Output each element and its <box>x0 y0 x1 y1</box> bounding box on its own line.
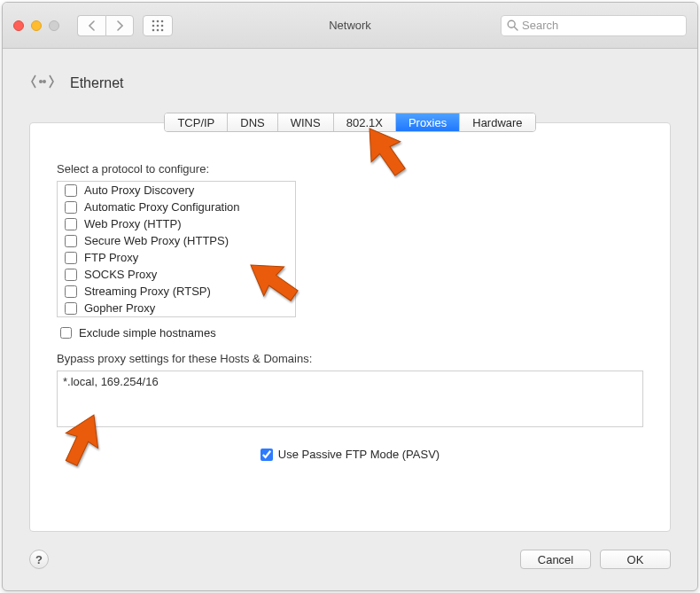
svg-point-7 <box>157 28 159 31</box>
bypass-label: Bypass proxy settings for these Hosts & … <box>57 352 643 365</box>
tab-label: DNS <box>240 116 264 129</box>
protocol-checkbox[interactable] <box>65 302 77 315</box>
tab-label: Proxies <box>408 116 447 129</box>
protocol-label: Gopher Proxy <box>84 301 155 315</box>
tab-label: Hardware <box>472 116 522 129</box>
protocol-label: Automatic Proxy Configuration <box>84 200 240 214</box>
protocol-label: SOCKS Proxy <box>84 268 157 281</box>
protocol-item-socks[interactable]: SOCKS Proxy <box>58 266 295 283</box>
search-icon <box>507 20 518 31</box>
protocol-list[interactable]: Auto Proxy Discovery Automatic Proxy Con… <box>57 181 296 317</box>
select-protocol-label: Select a protocol to configure: <box>57 162 643 176</box>
protocol-checkbox[interactable] <box>65 252 77 264</box>
svg-point-11 <box>40 81 42 82</box>
protocol-checkbox[interactable] <box>65 285 77 298</box>
close-icon[interactable] <box>13 20 24 31</box>
protocol-checkbox[interactable] <box>65 218 77 230</box>
protocol-checkbox[interactable] <box>65 269 77 281</box>
bypass-hosts-textarea[interactable] <box>57 371 643 427</box>
tabs: TCP/IP DNS WINS 802.1X Proxies Hardware <box>164 113 535 132</box>
pasv-row: Use Passive FTP Mode (PASV) <box>57 448 643 461</box>
button-label: Cancel <box>538 553 573 566</box>
tab-8021x[interactable]: 802.1X <box>334 113 396 131</box>
tab-label: 802.1X <box>346 116 383 129</box>
protocol-item-https[interactable]: Secure Web Proxy (HTTPS) <box>58 232 295 249</box>
tab-hardware[interactable]: Hardware <box>460 113 534 131</box>
svg-point-3 <box>152 24 155 27</box>
chevron-right-icon <box>116 20 123 31</box>
cancel-button[interactable]: Cancel <box>520 550 591 569</box>
nav-buttons <box>77 15 134 36</box>
maximize-icon <box>49 20 59 31</box>
tab-proxies[interactable]: Proxies <box>396 113 460 131</box>
protocol-label: Streaming Proxy (RTSP) <box>84 285 211 298</box>
tab-tcpip[interactable]: TCP/IP <box>165 113 228 131</box>
svg-point-4 <box>157 24 159 27</box>
svg-point-1 <box>157 20 159 22</box>
svg-point-12 <box>43 81 45 82</box>
protocol-item-gopher[interactable]: Gopher Proxy <box>58 300 295 316</box>
tab-wins[interactable]: WINS <box>278 113 334 131</box>
pasv-checkbox[interactable] <box>261 449 273 461</box>
show-all-button[interactable] <box>143 15 173 36</box>
pasv-label: Use Passive FTP Mode (PASV) <box>278 448 439 461</box>
exclude-hostnames-label: Exclude simple hostnames <box>79 326 216 339</box>
svg-point-9 <box>508 20 515 27</box>
minimize-icon[interactable] <box>31 20 42 31</box>
protocol-label: Auto Proxy Discovery <box>84 183 194 197</box>
search-input[interactable] <box>522 19 681 32</box>
forward-button[interactable] <box>105 15 134 36</box>
protocol-item-rtsp[interactable]: Streaming Proxy (RTSP) <box>58 283 295 300</box>
tab-label: WINS <box>291 116 321 129</box>
ok-button[interactable]: OK <box>600 550 671 569</box>
interface-name: Ethernet <box>70 75 123 91</box>
footer: ? Cancel OK <box>3 550 697 585</box>
search-field[interactable] <box>501 15 687 36</box>
help-icon: ? <box>35 553 43 566</box>
grid-icon <box>152 20 164 32</box>
protocol-checkbox[interactable] <box>65 235 77 247</box>
tab-dns[interactable]: DNS <box>228 113 277 131</box>
protocol-label: FTP Proxy <box>84 251 138 264</box>
proxies-panel: Select a protocol to configure: Auto Pro… <box>29 122 671 532</box>
protocol-item-ftp[interactable]: FTP Proxy <box>58 249 295 266</box>
chevron-left-icon <box>89 20 96 31</box>
svg-line-10 <box>515 27 518 31</box>
svg-point-6 <box>152 28 155 31</box>
protocol-item-auto-discovery[interactable]: Auto Proxy Discovery <box>58 182 295 199</box>
network-prefs-window: PC .com Network <box>2 2 698 591</box>
tab-label: TCP/IP <box>177 116 214 129</box>
protocol-checkbox[interactable] <box>65 201 77 214</box>
header: Ethernet <box>3 49 697 103</box>
exclude-hostnames-checkbox[interactable] <box>60 327 72 339</box>
window-controls <box>13 20 59 31</box>
ethernet-icon <box>29 68 56 98</box>
protocol-item-auto-config[interactable]: Automatic Proxy Configuration <box>58 199 295 215</box>
back-button[interactable] <box>77 15 105 36</box>
protocol-label: Web Proxy (HTTP) <box>84 217 182 230</box>
help-button[interactable]: ? <box>29 550 49 569</box>
protocol-checkbox[interactable] <box>65 184 77 197</box>
svg-point-0 <box>152 20 155 22</box>
button-label: OK <box>627 553 644 566</box>
protocol-item-http[interactable]: Web Proxy (HTTP) <box>58 215 295 232</box>
protocol-label: Secure Web Proxy (HTTPS) <box>84 234 229 247</box>
svg-point-8 <box>161 28 164 31</box>
tabbar: TCP/IP DNS WINS 802.1X Proxies Hardware <box>3 103 697 122</box>
titlebar: Network <box>3 3 697 49</box>
svg-point-5 <box>161 24 164 27</box>
svg-point-2 <box>161 20 164 22</box>
exclude-hostnames-row: Exclude simple hostnames <box>57 317 643 352</box>
